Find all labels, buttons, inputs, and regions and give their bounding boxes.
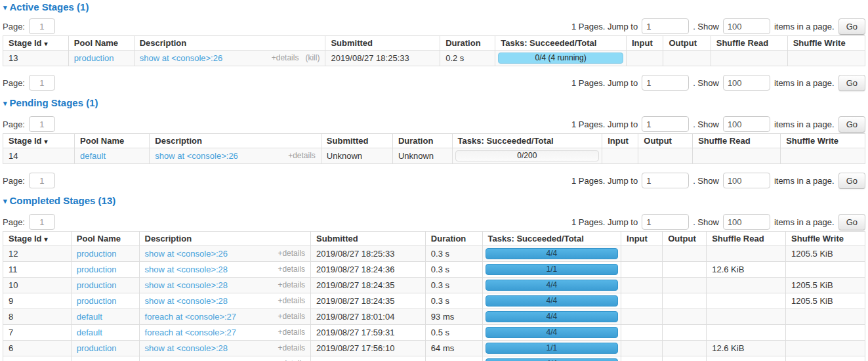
page-number-input[interactable] — [29, 116, 55, 132]
details-link[interactable]: +details — [278, 312, 305, 321]
duration-cell: 0.2 s — [440, 51, 495, 66]
column-header-output[interactable]: Output — [663, 232, 707, 246]
pool-name-link[interactable]: production — [77, 249, 117, 259]
column-header-duration[interactable]: Duration — [392, 134, 452, 148]
details-link[interactable]: +details — [272, 53, 299, 62]
description-link[interactable]: show at <console>:28 — [145, 280, 228, 290]
column-header-shuffle-read[interactable]: Shuffle Read — [707, 232, 786, 246]
column-header-input[interactable]: Input — [626, 36, 663, 51]
column-header-pool-name[interactable]: Pool Name — [71, 232, 139, 246]
page-number-input[interactable] — [29, 18, 55, 34]
page-size-input[interactable] — [723, 75, 770, 91]
pool-name-link[interactable]: default — [77, 328, 102, 337]
column-header-output[interactable]: Output — [638, 134, 693, 148]
section-heading-pending-stages[interactable]: ▾Pending Stages (1) — [3, 98, 865, 108]
go-button[interactable]: Go — [838, 18, 865, 35]
page-number-input[interactable] — [29, 173, 55, 188]
shuffle-write-cell — [787, 51, 865, 66]
items-label: items in a page. — [774, 217, 835, 227]
column-header-description[interactable]: Description — [134, 36, 325, 51]
column-header-pool-name[interactable]: Pool Name — [75, 134, 150, 148]
go-button[interactable]: Go — [838, 214, 865, 230]
description-link[interactable]: show at <console>:26 — [145, 249, 228, 259]
details-link[interactable]: +details — [278, 280, 305, 289]
details-link[interactable]: +details — [278, 328, 305, 337]
column-header-shuffle-write[interactable]: Shuffle Write — [786, 232, 865, 246]
kill-link[interactable]: (kill) — [305, 53, 320, 62]
input-cell — [621, 341, 663, 356]
pool-name-link[interactable]: default — [80, 151, 106, 161]
duration-cell: 64 ms — [425, 341, 482, 356]
column-header-stage-id[interactable]: Stage Id▾ — [3, 36, 69, 51]
details-link[interactable]: +details — [278, 343, 305, 352]
completed-stages-section: ▾Completed Stages (13) Page: 1 Pages. Ju… — [3, 196, 865, 361]
details-link[interactable]: +details — [278, 265, 305, 274]
pool-name-link[interactable]: production — [77, 343, 117, 353]
column-header-stage-id[interactable]: Stage Id▾ — [3, 232, 72, 246]
column-header-duration[interactable]: Duration — [425, 232, 482, 246]
page-size-input[interactable] — [723, 18, 770, 34]
description-link[interactable]: show at <console>:28 — [145, 343, 228, 353]
details-link[interactable]: +details — [278, 296, 305, 305]
stage-row: 10production+detailsshow at <console>:28… — [3, 278, 865, 293]
section-heading-active-stages[interactable]: ▾Active Stages (1) — [3, 2, 865, 12]
column-header-duration[interactable]: Duration — [440, 36, 495, 51]
jump-to-page-input[interactable] — [642, 18, 689, 34]
shuffle-write-cell — [786, 325, 865, 341]
page-size-input[interactable] — [723, 173, 770, 188]
header-row: Stage Id▾Pool NameDescriptionSubmittedDu… — [3, 232, 865, 246]
pool-name-link[interactable]: production — [77, 265, 117, 274]
pool-name-link[interactable]: production — [77, 296, 117, 306]
stage-row: 8default+detailsforeach at <console>:272… — [3, 309, 865, 325]
jump-to-page-input[interactable] — [642, 75, 689, 91]
column-header-shuffle-read[interactable]: Shuffle Read — [693, 134, 781, 148]
go-button[interactable]: Go — [838, 173, 865, 189]
column-header-description[interactable]: Description — [150, 134, 321, 148]
column-header-shuffle-read[interactable]: Shuffle Read — [711, 36, 787, 51]
column-header-submitted[interactable]: Submitted — [325, 36, 440, 51]
column-header-stage-id[interactable]: Stage Id▾ — [3, 134, 75, 148]
column-header-pool-name[interactable]: Pool Name — [68, 36, 134, 51]
stage-id-cell: 14 — [3, 148, 75, 164]
stage-id-cell: 11 — [3, 262, 72, 278]
description-link[interactable]: show at <console>:28 — [145, 265, 228, 274]
input-cell — [621, 325, 663, 341]
pool-name-cell: production — [71, 356, 139, 361]
pagination-row: Page: 1 Pages. Jump to . Show items in a… — [3, 18, 865, 35]
go-button[interactable]: Go — [838, 75, 865, 91]
column-header-shuffle-write[interactable]: Shuffle Write — [781, 134, 865, 148]
column-header-submitted[interactable]: Submitted — [311, 232, 426, 246]
column-header-tasks-succeeded-total[interactable]: Tasks: Succeeded/Total — [495, 36, 627, 51]
pool-name-link[interactable]: production — [77, 280, 117, 290]
description-link[interactable]: show at <console>:26 — [155, 151, 238, 161]
pagination-row: Page: 1 Pages. Jump to . Show items in a… — [3, 213, 865, 230]
jump-to-page-input[interactable] — [642, 214, 689, 230]
column-header-shuffle-write[interactable]: Shuffle Write — [787, 36, 865, 51]
pool-name-link[interactable]: default — [77, 312, 102, 322]
description-link[interactable]: foreach at <console>:27 — [145, 328, 237, 337]
details-link[interactable]: +details — [278, 249, 305, 258]
tasks-cell: 1/1 — [482, 341, 621, 356]
page-size-input[interactable] — [723, 116, 770, 132]
column-header-tasks-succeeded-total[interactable]: Tasks: Succeeded/Total — [482, 232, 621, 246]
page-number-input[interactable] — [29, 214, 55, 230]
details-link[interactable]: +details — [288, 151, 316, 160]
column-header-tasks-succeeded-total[interactable]: Tasks: Succeeded/Total — [452, 134, 602, 148]
description-link[interactable]: show at <console>:28 — [145, 296, 228, 306]
description-actions: +details — [278, 312, 305, 321]
go-button[interactable]: Go — [838, 116, 865, 133]
jump-to-page-input[interactable] — [642, 173, 689, 188]
section-heading-completed-stages[interactable]: ▾Completed Stages (13) — [3, 196, 865, 206]
column-header-input[interactable]: Input — [621, 232, 663, 246]
pool-name-link[interactable]: production — [74, 53, 114, 63]
description-link[interactable]: show at <console>:26 — [140, 53, 222, 63]
pool-name-cell: default — [71, 325, 139, 341]
page-number-input[interactable] — [29, 75, 55, 91]
column-header-input[interactable]: Input — [602, 134, 638, 148]
description-link[interactable]: foreach at <console>:27 — [145, 312, 237, 322]
column-header-output[interactable]: Output — [663, 36, 711, 51]
column-header-description[interactable]: Description — [139, 232, 311, 246]
page-size-input[interactable] — [723, 214, 770, 230]
column-header-submitted[interactable]: Submitted — [321, 134, 392, 148]
jump-to-page-input[interactable] — [642, 116, 689, 132]
